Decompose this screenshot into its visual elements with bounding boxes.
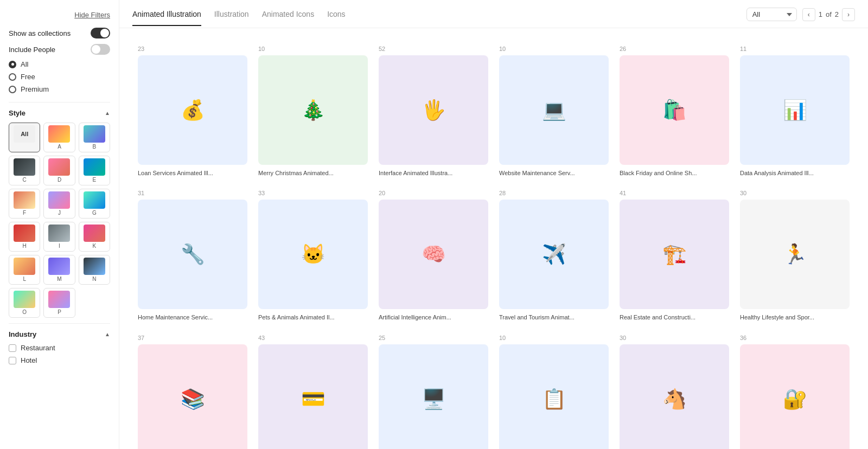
- prev-page-button[interactable]: ‹: [802, 8, 815, 21]
- price-filter-group: All Free Premium: [9, 60, 110, 93]
- grid-item-11[interactable]: 30 🏃 Healthy Lifestyle and Spor...: [735, 183, 855, 328]
- grid-item-14[interactable]: 25 🖥️ Web and App Developmen...: [373, 328, 494, 449]
- item-thumb-16: 🐴: [620, 344, 729, 449]
- style-thumb-g: [84, 191, 105, 209]
- checkbox-restaurant[interactable]: Restaurant: [9, 344, 110, 352]
- tab-animated-illustration[interactable]: Animated Illustration: [132, 10, 201, 26]
- style-label-p: P: [58, 309, 61, 315]
- show-collections-label: Show as collections: [9, 29, 71, 37]
- checkbox-hotel-box: [9, 357, 16, 364]
- divider-industry: [9, 323, 110, 324]
- grid-item-0[interactable]: 23 💰 Loan Services Animated Ill...: [132, 39, 253, 183]
- item-emoji-4: 🛍️: [662, 99, 687, 121]
- item-count-11: 30: [740, 190, 850, 196]
- item-label-0: Loan Services Animated Ill...: [138, 169, 247, 177]
- style-label-m: M: [57, 276, 61, 282]
- item-emoji-13: 💳: [301, 388, 326, 410]
- style-label-o: O: [22, 309, 27, 315]
- style-item-a[interactable]: A: [43, 123, 75, 152]
- style-item-l[interactable]: L: [9, 255, 40, 285]
- include-people-toggle[interactable]: [91, 44, 110, 55]
- style-chevron-icon: ▲: [105, 110, 110, 116]
- radio-premium-label: Premium: [21, 85, 49, 93]
- include-people-row: Include People: [9, 44, 110, 55]
- grid-item-13[interactable]: 43 💳 Banking and Finance Anim...: [253, 328, 373, 449]
- grid-item-7[interactable]: 33 🐱 Pets & Animals Animated Il...: [253, 183, 373, 328]
- radio-premium[interactable]: Premium: [9, 85, 110, 93]
- style-thumb-all: All: [14, 125, 35, 143]
- style-item-e[interactable]: E: [79, 156, 110, 185]
- hide-filters-button[interactable]: Hide Filters: [74, 11, 110, 19]
- item-emoji-8: 🧠: [422, 243, 446, 266]
- item-label-6: Home Maintenance Servic...: [138, 313, 247, 321]
- item-thumb-11: 🏃: [740, 200, 850, 309]
- item-emoji-3: 💻: [542, 99, 566, 121]
- style-item-b[interactable]: B: [79, 123, 110, 152]
- style-item-g[interactable]: G: [79, 189, 110, 219]
- style-item-i[interactable]: I: [43, 222, 75, 252]
- item-count-2: 52: [379, 46, 488, 52]
- grid-item-12[interactable]: 37 📚 Education and Online Lear...: [132, 328, 253, 449]
- style-thumb-k: [84, 224, 105, 242]
- item-label-7: Pets & Animals Animated Il...: [258, 313, 368, 321]
- grid-item-8[interactable]: 20 🧠 Artificial Intelligence Anim...: [373, 183, 494, 328]
- grid-item-17[interactable]: 36 🔐 Cybersecurity and Cybercr...: [735, 328, 855, 449]
- checkbox-hotel-label: Hotel: [21, 356, 37, 364]
- grid-item-15[interactable]: 10 📋 Project and Task Managem...: [494, 328, 614, 449]
- main-content: Animated Illustration Illustration Anima…: [119, 0, 868, 449]
- item-thumb-9: ✈️: [499, 200, 609, 309]
- grid-item-2[interactable]: 52 🖐️ Interface Animated Illustra...: [373, 39, 494, 183]
- style-thumb-h: [14, 224, 35, 242]
- style-thumb-c: [14, 158, 35, 176]
- grid-item-1[interactable]: 10 🎄 Merry Christmas Animated...: [253, 39, 373, 183]
- grid-item-10[interactable]: 41 🏗️ Real Estate and Constructi...: [614, 183, 735, 328]
- style-item-d[interactable]: D: [43, 156, 75, 185]
- tab-icons[interactable]: Icons: [327, 10, 345, 26]
- item-thumb-4: 🛍️: [620, 55, 729, 165]
- industry-section-header: Industry ▲: [9, 330, 110, 338]
- item-emoji-1: 🎄: [301, 99, 326, 121]
- item-emoji-2: 🖐️: [422, 99, 446, 121]
- style-item-h[interactable]: H: [9, 222, 40, 252]
- industry-section-label: Industry: [9, 330, 36, 338]
- checkbox-hotel[interactable]: Hotel: [9, 356, 110, 364]
- style-item-p[interactable]: P: [43, 288, 75, 318]
- style-section-header: Style ▲: [9, 109, 110, 117]
- item-count-12: 37: [138, 335, 247, 341]
- grid-item-3[interactable]: 10 💻 Website Maintenance Serv...: [494, 39, 614, 183]
- style-item-all[interactable]: All: [9, 123, 40, 152]
- grid-item-5[interactable]: 11 📊 Data Analysis Animated Ill...: [735, 39, 855, 183]
- radio-free[interactable]: Free: [9, 73, 110, 81]
- item-count-4: 26: [620, 46, 729, 52]
- style-item-f[interactable]: F: [9, 189, 40, 219]
- item-emoji-0: 💰: [181, 99, 205, 121]
- pagination: ‹ 1 of 2 ›: [802, 8, 855, 21]
- item-count-5: 11: [740, 46, 850, 52]
- next-page-button[interactable]: ›: [842, 8, 855, 21]
- item-count-14: 25: [379, 335, 488, 341]
- style-item-j[interactable]: J: [43, 189, 75, 219]
- grid-item-4[interactable]: 26 🛍️ Black Friday and Online Sh...: [614, 39, 735, 183]
- radio-all[interactable]: All: [9, 60, 110, 68]
- style-item-o[interactable]: O: [9, 288, 40, 318]
- tab-animated-icons[interactable]: Animated Icons: [262, 10, 315, 26]
- grid-item-9[interactable]: 28 ✈️ Travel and Tourism Animat...: [494, 183, 614, 328]
- item-count-9: 28: [499, 190, 609, 196]
- style-label-i: I: [59, 243, 60, 249]
- style-label-g: G: [92, 210, 97, 216]
- grid-item-6[interactable]: 31 🔧 Home Maintenance Servic...: [132, 183, 253, 328]
- item-emoji-14: 🖥️: [422, 388, 446, 410]
- style-item-k[interactable]: K: [79, 222, 110, 252]
- style-item-m[interactable]: M: [43, 255, 75, 285]
- style-item-n[interactable]: N: [79, 255, 110, 285]
- style-label-j: J: [58, 210, 61, 216]
- style-label-f: F: [23, 210, 26, 216]
- grid-item-16[interactable]: 30 🐴 Farming and Gardening An...: [614, 328, 735, 449]
- tab-illustration[interactable]: Illustration: [214, 10, 249, 26]
- filter-dropdown[interactable]: All Free Premium: [746, 8, 797, 21]
- style-thumb-b: [84, 125, 105, 143]
- show-collections-toggle[interactable]: [91, 28, 110, 39]
- style-item-c[interactable]: C: [9, 156, 40, 185]
- item-thumb-2: 🖐️: [379, 55, 488, 165]
- item-thumb-17: 🔐: [740, 344, 850, 449]
